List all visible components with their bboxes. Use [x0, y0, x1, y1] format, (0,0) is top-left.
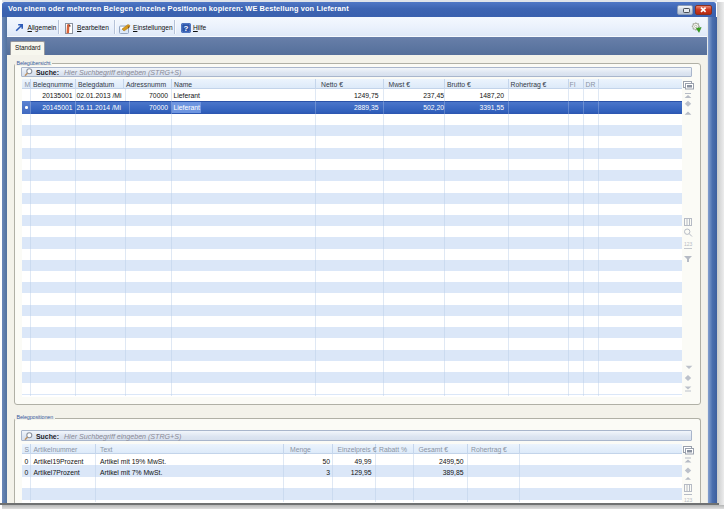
svg-text:123: 123: [684, 497, 693, 502]
svg-text:123: 123: [684, 241, 693, 247]
svg-text:?: ?: [183, 24, 188, 33]
